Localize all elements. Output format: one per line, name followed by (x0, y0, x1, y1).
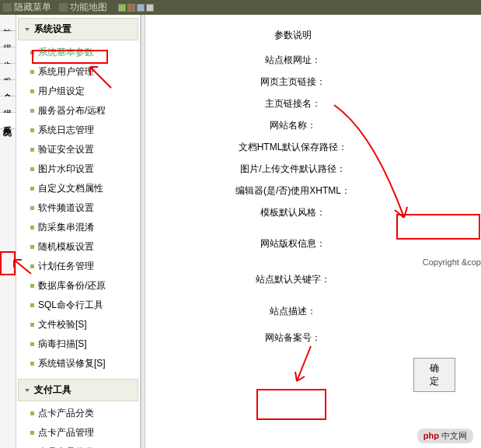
row-icp: 网站备案号： (145, 327, 481, 348)
sidebar-section-system: 系统设置 系统基本参数 系统用户管理 用户组设定 服务器分布/远程 系统日志管理… (18, 18, 138, 376)
bullet-icon (30, 89, 34, 93)
bullet-icon (30, 303, 34, 307)
row-htmlpath: 文档HTML默认保存路径： (145, 137, 481, 158)
bullet-icon (30, 206, 34, 210)
sidebar-item-sql[interactable]: SQL命令行工具 (29, 296, 138, 315)
label-uploadpath: 图片/上传文件默认路径： (176, 163, 410, 176)
row-homename: 主页链接名： (145, 93, 481, 114)
copyright-strip: Copyright &cop (423, 257, 481, 267)
sidebar-item-docattr[interactable]: 自定义文档属性 (29, 179, 138, 198)
tab-generate[interactable]: 生成 (0, 47, 16, 64)
swatch-4[interactable] (146, 4, 154, 12)
label-sitename: 网站名称： (176, 119, 410, 132)
tab-collect[interactable]: 采集 (0, 64, 16, 80)
chevron-down-icon (25, 389, 30, 392)
sidebar-header-payment[interactable]: 支付工具 (18, 379, 138, 401)
layout: 核心 模块 生成 采集 会员 模板 系统 系统设置 系统基本参数 系统用户管理 … (0, 15, 481, 448)
bullet-icon (30, 264, 34, 268)
sidebar-item-dbbackup[interactable]: 数据库备份/还原 (29, 276, 138, 296)
topbar: 隐藏菜单 功能地图 (0, 0, 481, 15)
watermark-text: 中文网 (441, 431, 467, 440)
row-description: 站点描述： (145, 296, 481, 327)
hide-menu-label: 隐藏菜单 (14, 1, 51, 14)
sidebar-item-user-mgmt[interactable]: 系统用户管理 (29, 62, 138, 82)
bullet-icon (30, 148, 34, 152)
bullet-icon (30, 167, 34, 171)
sidebar-item-watermark[interactable]: 图片水印设置 (29, 159, 138, 179)
sidebar-header-label: 系统设置 (34, 23, 71, 36)
sidebar-header-label: 支付工具 (34, 383, 71, 397)
label-htmlpath: 文档HTML默认保存路径： (176, 141, 410, 154)
ok-button[interactable]: 确定 (413, 358, 455, 392)
swatch-1[interactable] (118, 4, 126, 12)
bullet-icon (30, 51, 34, 54)
row-siteroot: 站点根网址： (145, 50, 481, 71)
sidebar-item-syslog[interactable]: 系统日志管理 (29, 121, 138, 140)
label-description: 站点描述： (176, 305, 410, 318)
sidebar-item-cron[interactable]: 计划任务管理 (29, 257, 138, 276)
label-keywords: 站点默认关键字： (176, 273, 410, 286)
row-sitename: 网站名称： (145, 115, 481, 136)
sidebar-item-errfix[interactable]: 系统错误修复[S] (29, 354, 138, 373)
sidebar-item-filecheck[interactable]: 文件校验[S] (29, 315, 138, 334)
sidebar-item-member-cat[interactable]: 会员产品分类 (29, 443, 138, 448)
label-xhtml: 编辑器(是/否)使用XHTML： (176, 184, 410, 198)
sidebar-item-server-dist[interactable]: 服务器分布/远程 (29, 101, 138, 121)
row-uploadpath: 图片/上传文件默认路径： (145, 159, 481, 180)
tab-system[interactable]: 系统 (0, 113, 16, 129)
sidebar-item-card-cat[interactable]: 点卡产品分类 (29, 404, 138, 423)
sidebar-section-payment: 支付工具 点卡产品分类 点卡产品管理 会员产品分类 会员消费记录 (18, 379, 138, 448)
label-copyright: 网站版权信息： (176, 237, 410, 250)
tab-core[interactable]: 核心 (0, 15, 16, 31)
main-panel: 参数说明 站点根网址： 网页主页链接： 主页链接名： 网站名称： 文档HTML默… (145, 15, 481, 448)
bullet-icon (30, 411, 34, 415)
bullet-icon (30, 187, 34, 191)
bullet-icon (30, 362, 34, 366)
watermark-brand: php (423, 431, 439, 440)
bullet-icon (30, 226, 34, 229)
label-icp: 网站备案号： (176, 331, 410, 345)
func-map-btn[interactable]: 功能地图 (59, 1, 107, 14)
sidebar-item-software[interactable]: 软件频道设置 (29, 198, 138, 218)
row-keywords: 站点默认关键字： (145, 264, 481, 295)
sidebar-item-card-mgmt[interactable]: 点卡产品管理 (29, 423, 138, 443)
row-homelink: 网页主页链接： (145, 72, 481, 93)
left-tabs: 核心 模块 生成 采集 会员 模板 系统 (0, 15, 16, 448)
row-xhtml: 编辑器(是/否)使用XHTML： 是 否 (145, 180, 481, 201)
hide-menu-btn[interactable]: 隐藏菜单 (3, 1, 51, 14)
watermark: php 中文网 (417, 429, 473, 443)
sidebar-item-anticollect[interactable]: 防采集串混淆 (29, 218, 138, 237)
label-homename: 主页链接名： (176, 97, 410, 110)
bullet-icon (30, 245, 34, 249)
func-map-label: 功能地图 (70, 1, 107, 14)
tab-member[interactable]: 会员 (0, 80, 16, 96)
theme-swatches (118, 4, 154, 12)
button-row: 确定 重置 (413, 358, 481, 392)
chevron-down-icon (25, 28, 30, 31)
sidebar-item-basic-params[interactable]: 系统基本参数 (29, 43, 138, 62)
sidebar-item-randtpl[interactable]: 随机模板设置 (29, 237, 138, 257)
bullet-icon (30, 284, 34, 288)
bullet-icon (30, 70, 34, 74)
label-tplstyle: 模板默认风格： (176, 206, 410, 219)
sidebar-header-system[interactable]: 系统设置 (18, 18, 138, 40)
swatch-3[interactable] (137, 4, 145, 12)
bullet-icon (30, 342, 34, 346)
bullet-icon (30, 431, 34, 435)
bullet-icon (30, 323, 34, 327)
tab-template[interactable]: 模板 (0, 96, 16, 113)
sidebar-item-security[interactable]: 验证安全设置 (29, 140, 138, 159)
param-title: 参数说明 (176, 21, 410, 50)
main-content: 参数说明 站点根网址： 网页主页链接： 主页链接名： 网站名称： 文档HTML默… (145, 15, 481, 392)
sidebar: 系统设置 系统基本参数 系统用户管理 用户组设定 服务器分布/远程 系统日志管理… (16, 15, 141, 448)
sidebar-item-usergroup[interactable]: 用户组设定 (29, 82, 138, 101)
label-homelink: 网页主页链接： (176, 75, 410, 89)
tab-module[interactable]: 模块 (0, 31, 16, 47)
label-siteroot: 站点根网址： (176, 54, 410, 67)
grid-icon (59, 3, 68, 12)
sidebar-item-virus[interactable]: 病毒扫描[S] (29, 334, 138, 354)
sidebar-list-system: 系统基本参数 系统用户管理 用户组设定 服务器分布/远程 系统日志管理 验证安全… (18, 40, 138, 376)
menu-icon (3, 3, 12, 12)
bullet-icon (30, 128, 34, 132)
swatch-2[interactable] (127, 4, 135, 12)
